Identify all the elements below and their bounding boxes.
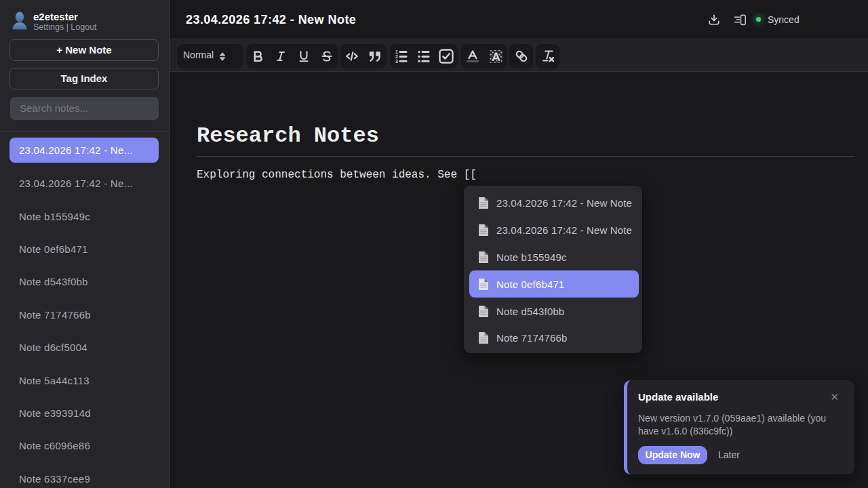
svg-text:3: 3	[395, 59, 398, 63]
svg-text:2: 2	[395, 54, 398, 59]
svg-text:1: 1	[395, 49, 398, 54]
